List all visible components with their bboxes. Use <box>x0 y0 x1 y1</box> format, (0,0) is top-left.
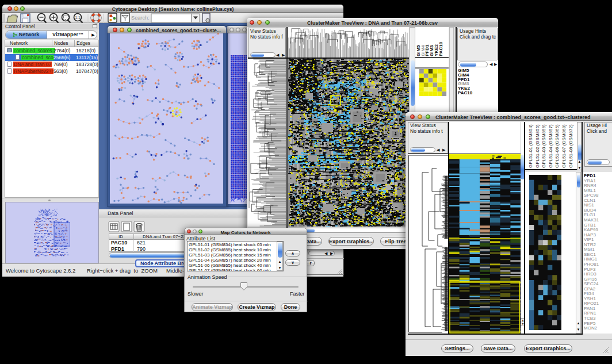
svg-text:GPL51-03 (GSM856): GPL51-03 (GSM856) <box>541 124 546 168</box>
svg-text:Search:: Search: <box>131 15 150 21</box>
svg-text:GPL51-04 (GSM857): GPL51-04 (GSM857) <box>548 124 553 168</box>
svg-text:GPL51-06 (GSM865): GPL51-06 (GSM865) <box>554 124 560 168</box>
svg-text:PAC10: PAC10 <box>438 41 443 56</box>
svg-text:GPL51-08 (GSM872): GPL51-08 (GSM872) <box>568 124 573 168</box>
svg-text:GPL51-07 (GSM868): GPL51-07 (GSM868) <box>561 124 567 168</box>
svg-text:1:1: 1:1 <box>75 16 81 20</box>
svg-text:GPL51-02 (GSM855): GPL51-02 (GSM855) <box>535 124 540 168</box>
svg-text:GPL51-01 (GSM854): GPL51-01 (GSM854) <box>528 124 533 168</box>
